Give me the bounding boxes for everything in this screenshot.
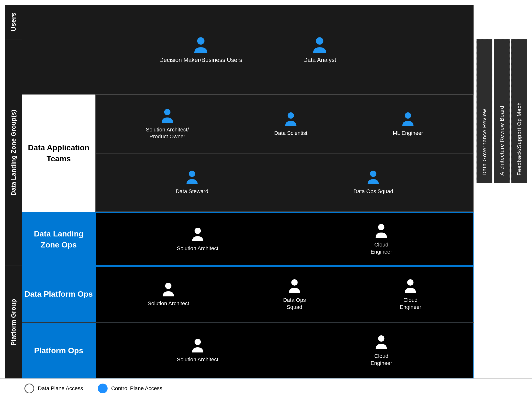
data-scientist-icon — [284, 111, 298, 127]
dat-data-ops-label: Data Ops Squad — [354, 188, 393, 195]
user-decision-maker: Decision Maker/Business Users — [159, 36, 242, 63]
user-data-analyst: Data Analyst — [303, 36, 336, 63]
dpo-cloud-engineer-figure: CloudEngineer — [400, 278, 421, 311]
data-scientist-figure: Data Scientist — [274, 111, 308, 137]
dpo-data-ops-icon — [288, 278, 301, 294]
data-application-teams-label: Data Application Teams — [22, 94, 95, 212]
platform-ops-row: Platform Ops Solution Architect — [22, 322, 474, 378]
platform-ops-label: Platform Ops — [22, 323, 95, 378]
landing-zone-ops-label: Data Landing Zone Ops — [22, 213, 95, 266]
svg-point-0 — [197, 37, 204, 45]
data-application-teams-row: Data Application Teams Solution Architec… — [22, 94, 474, 212]
data-governance-text: Data Governance Review — [481, 109, 488, 176]
data-plane-label: Data Plane Access — [38, 385, 83, 392]
svg-point-8 — [378, 224, 385, 230]
lzo-cloud-engineer-label: CloudEngineer — [371, 241, 392, 255]
svg-point-2 — [164, 109, 171, 115]
legend-data-plane: Data Plane Access — [24, 384, 83, 393]
dpo-solution-architect-figure: Solution Architect — [148, 282, 189, 307]
po-cloud-engineer-icon — [375, 334, 388, 350]
svg-point-4 — [405, 112, 411, 119]
users-row: Decision Maker/Business Users Data Analy… — [22, 5, 474, 94]
lzo-label-text: Data Landing Zone Ops — [22, 226, 95, 253]
lz-label-text: Data Landing Zone Group(s) — [10, 110, 17, 196]
dpo-data-ops-label: Data OpsSquad — [283, 297, 306, 311]
lzo-cloud-engineer-figure: CloudEngineer — [371, 223, 392, 255]
data-scientist-label: Data Scientist — [274, 130, 308, 137]
svg-point-12 — [194, 339, 201, 345]
data-governance-label: Data Governance Review — [477, 39, 492, 183]
data-platform-ops-label: Data Platform Ops — [22, 267, 95, 322]
decision-maker-icon — [193, 36, 209, 55]
dat-data-ops-figure: Data Ops Squad — [354, 170, 393, 195]
solution-architect-icon — [161, 108, 174, 124]
feedback-support-text: Feedback/Support Op Mech — [516, 102, 522, 176]
svg-point-7 — [194, 228, 201, 234]
data-steward-figure: Data Steward — [176, 170, 208, 195]
dat-top-row: Solution Architect/Product Owner Data Sc… — [96, 95, 473, 153]
data-analyst-label: Data Analyst — [303, 57, 336, 63]
po-label-text: Platform Ops — [32, 343, 86, 359]
svg-point-3 — [288, 112, 294, 119]
svg-point-11 — [407, 279, 414, 286]
dat-bottom-row: Data Steward Data Ops Squad — [96, 153, 473, 212]
svg-point-13 — [378, 335, 385, 342]
platform-group-section: Data Platform Ops Solution Architect — [22, 266, 474, 378]
decision-maker-label: Decision Maker/Business Users — [159, 57, 242, 63]
svg-point-6 — [370, 171, 377, 177]
data-analyst-icon — [312, 36, 328, 55]
control-plane-icon — [98, 384, 108, 393]
dpo-solution-architect-label: Solution Architect — [148, 300, 189, 307]
ml-engineer-icon — [401, 111, 415, 127]
data-application-teams-content: Solution Architect/Product Owner Data Sc… — [95, 94, 474, 212]
svg-point-1 — [316, 37, 323, 45]
po-cloud-engineer-label: CloudEngineer — [371, 353, 392, 367]
dpo-solution-architect-icon — [162, 282, 175, 298]
dat-data-ops-icon — [366, 170, 380, 186]
svg-point-10 — [291, 279, 298, 286]
diagram-area: Users Data Landing Zone Group(s) Platfor… — [0, 0, 532, 378]
architecture-review-text: Architecture Review Board — [499, 106, 505, 176]
landing-zone-ops-content: Solution Architect CloudEngineer — [95, 213, 474, 266]
data-platform-ops-row: Data Platform Ops Solution Architect — [22, 266, 474, 322]
landing-zone-ops-row: Data Landing Zone Ops Solution Architect — [22, 212, 474, 266]
dpo-cloud-engineer-label: CloudEngineer — [400, 297, 421, 311]
lzo-cloud-engineer-icon — [375, 223, 388, 239]
lzo-solution-architect-label: Solution Architect — [177, 245, 218, 252]
plat-label-text: Platform Group — [10, 299, 17, 346]
users-label-text: Users — [10, 12, 17, 32]
landing-zone-group-label: Data Landing Zone Group(s) — [5, 39, 22, 266]
architecture-review-label: Architecture Review Board — [494, 39, 510, 183]
legend-control-plane: Control Plane Access — [98, 384, 162, 393]
ml-engineer-label: ML Engineer — [393, 130, 423, 137]
lzo-solution-architect-icon — [191, 227, 204, 243]
dat-label-text: Data Application Teams — [22, 140, 95, 167]
control-plane-label: Control Plane Access — [111, 385, 162, 392]
center-content: Decision Maker/Business Users Data Analy… — [22, 5, 474, 378]
dpo-data-ops-figure: Data OpsSquad — [283, 278, 306, 311]
main-container: Users Data Landing Zone Group(s) Platfor… — [0, 0, 532, 398]
platform-ops-content: Solution Architect CloudEngineer — [95, 323, 474, 378]
po-solution-architect-label: Solution Architect — [177, 356, 218, 363]
feedback-support-label: Feedback/Support Op Mech — [511, 39, 527, 183]
data-steward-label: Data Steward — [176, 188, 208, 195]
left-column-labels: Users Data Landing Zone Group(s) Platfor… — [5, 5, 22, 378]
lzo-solution-architect-figure: Solution Architect — [177, 227, 218, 252]
po-solution-architect-icon — [191, 338, 204, 354]
landing-zone-group-section: Data Application Teams Solution Architec… — [22, 94, 474, 266]
data-platform-ops-content: Solution Architect Data OpsSquad — [95, 267, 474, 322]
svg-point-9 — [165, 283, 172, 289]
po-cloud-engineer-figure: CloudEngineer — [371, 334, 392, 367]
solution-architect-figure: Solution Architect/Product Owner — [146, 108, 189, 140]
right-vertical-labels: Data Governance Review Architecture Revi… — [474, 5, 527, 378]
ml-engineer-figure: ML Engineer — [393, 111, 423, 137]
solution-architect-label: Solution Architect/Product Owner — [146, 126, 189, 140]
data-plane-icon — [24, 384, 34, 393]
dpo-label-text: Data Platform Ops — [22, 286, 95, 302]
svg-point-5 — [189, 171, 195, 177]
data-steward-icon — [185, 170, 199, 186]
users-section-label: Users — [5, 5, 22, 39]
legend-area: Data Plane Access Control Plane Access — [0, 378, 532, 398]
dpo-cloud-engineer-icon — [404, 278, 417, 294]
platform-group-label: Platform Group — [5, 266, 22, 378]
